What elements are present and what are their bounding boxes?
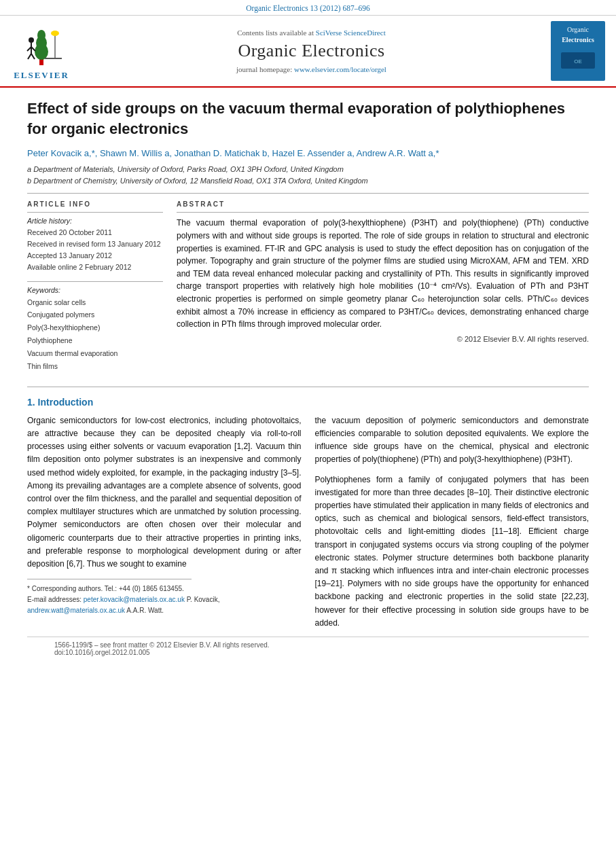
elsevier-logo: ELSEVIER bbox=[11, 21, 72, 81]
journal-homepage: journal homepage: www.elsevier.com/locat… bbox=[79, 65, 544, 73]
email-link-2[interactable]: andrew.watt@materials.ox.ac.uk bbox=[27, 607, 125, 614]
abstract-column: ABSTRACT The vacuum thermal evaporation … bbox=[177, 200, 589, 373]
svg-line-8 bbox=[28, 54, 31, 59]
svg-point-4 bbox=[29, 37, 34, 43]
email-link-1[interactable]: peter.kovacik@materials.ox.ac.uk bbox=[84, 596, 185, 603]
keywords-block: Keywords: Organic solar cells Conjugated… bbox=[27, 281, 163, 373]
journal-header: ELSEVIER Contents lists available at Sci… bbox=[0, 16, 616, 88]
accepted-date: Accepted 13 January 2012 bbox=[27, 250, 163, 262]
article-history-block: Article history: Received 20 October 201… bbox=[27, 212, 163, 272]
article-title: Effect of side groups on the vacuum ther… bbox=[27, 99, 589, 139]
intro-para-3: Polythiophenes form a family of conjugat… bbox=[315, 473, 590, 630]
article-divider bbox=[27, 193, 589, 194]
introduction-section: 1. Introduction Organic semiconductors f… bbox=[27, 387, 589, 637]
intro-para-2: the vacuum deposition of polymeric semic… bbox=[315, 414, 590, 467]
received-date: Received 20 October 2011 bbox=[27, 227, 163, 238]
introduction-title: 1. Introduction bbox=[27, 397, 589, 408]
footnote-corresponding: * Corresponding authors. Tel.: +44 (0) 1… bbox=[27, 584, 302, 594]
sciverse-link[interactable]: SciVerse ScienceDirect bbox=[316, 29, 386, 37]
journal-title: Organic Electronics bbox=[79, 41, 544, 61]
article-history-label: Article history: bbox=[27, 217, 163, 225]
svg-point-11 bbox=[51, 31, 59, 36]
svg-text:OE: OE bbox=[574, 58, 582, 65]
footer-issn: 1566-1199/$ – see front matter © 2012 El… bbox=[54, 641, 562, 649]
article-info-abstract: ARTICLE INFO Article history: Received 2… bbox=[27, 200, 589, 373]
svg-line-9 bbox=[31, 54, 35, 59]
journal-header-center: Contents lists available at SciVerse Sci… bbox=[79, 29, 544, 73]
footer-doi: doi:10.1016/j.orgel.2012.01.005 bbox=[54, 649, 562, 656]
footnote-email: E-mail addresses: peter.kovacik@material… bbox=[27, 594, 302, 616]
footer-bar: 1566-1199/$ – see front matter © 2012 El… bbox=[27, 637, 589, 660]
article-authors: Peter Kovacik a,*, Shawn M. Willis a, Jo… bbox=[27, 148, 589, 158]
homepage-url[interactable]: www.elsevier.com/locate/orgel bbox=[294, 65, 386, 73]
revised-date: Received in revised form 13 January 2012 bbox=[27, 238, 163, 250]
contents-available-text: Contents lists available at SciVerse Sci… bbox=[79, 29, 544, 37]
article-info-header: ARTICLE INFO bbox=[27, 200, 163, 208]
abstract-header: ABSTRACT bbox=[177, 200, 589, 208]
abstract-text: The vacuum thermal evaporation of poly(3… bbox=[177, 217, 589, 330]
article-affiliations: a Department of Materials, University of… bbox=[27, 164, 589, 186]
intro-left-col: Organic semiconductors for low-cost elec… bbox=[27, 414, 302, 637]
journal-logo-box: Organic Electronics OE bbox=[551, 21, 605, 80]
available-date: Available online 2 February 2012 bbox=[27, 262, 163, 273]
svg-point-3 bbox=[37, 30, 46, 41]
copyright-line: © 2012 Elsevier B.V. All rights reserved… bbox=[177, 335, 589, 343]
article-info-column: ARTICLE INFO Article history: Received 2… bbox=[27, 200, 163, 373]
intro-right-col: the vacuum deposition of polymeric semic… bbox=[315, 414, 590, 637]
introduction-body: Organic semiconductors for low-cost elec… bbox=[27, 414, 589, 637]
journal-citation: Organic Electronics 13 (2012) 687–696 bbox=[0, 0, 616, 16]
keywords-list: Organic solar cells Conjugated polymers … bbox=[27, 296, 163, 373]
main-content: Effect of side groups on the vacuum ther… bbox=[0, 88, 616, 674]
elsevier-brand-text: ELSEVIER bbox=[14, 70, 69, 81]
keywords-label: Keywords: bbox=[27, 286, 163, 294]
abstract-block: The vacuum thermal evaporation of poly(3… bbox=[177, 212, 589, 342]
intro-para-1: Organic semiconductors for low-cost elec… bbox=[27, 414, 302, 571]
footnote-divider bbox=[27, 579, 192, 579]
